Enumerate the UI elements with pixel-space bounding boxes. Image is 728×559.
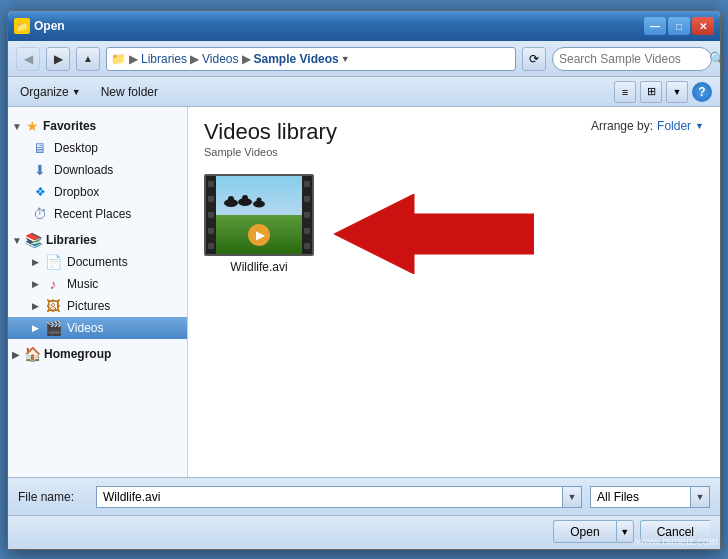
pictures-icon: 🖼 xyxy=(45,298,61,314)
file-thumbnail: ▶ xyxy=(204,174,314,256)
open-button-dropdown[interactable]: ▼ xyxy=(616,520,634,543)
homegroup-icon: 🏠 xyxy=(24,346,40,362)
sidebar-item-videos[interactable]: ▶ 🎬 Videos xyxy=(8,317,187,339)
file-name: Wildlife.avi xyxy=(230,260,287,274)
up-button[interactable]: ▲ xyxy=(76,47,100,71)
search-icon: 🔍 xyxy=(709,51,725,66)
sidebar-item-music[interactable]: ▶ ♪ Music xyxy=(8,273,187,295)
sidebar-item-desktop[interactable]: 🖥 Desktop xyxy=(8,137,187,159)
sidebar-item-recent-label: Recent Places xyxy=(54,207,131,221)
libraries-label: Libraries xyxy=(46,233,97,247)
film-strip-right xyxy=(302,176,312,254)
organize-label: Organize xyxy=(20,85,69,99)
desktop-icon: 🖥 xyxy=(32,140,48,156)
new-folder-label: New folder xyxy=(101,85,158,99)
sidebar-item-pictures[interactable]: ▶ 🖼 Pictures xyxy=(8,295,187,317)
film-hole xyxy=(208,196,214,202)
view-dropdown-button[interactable]: ▼ xyxy=(666,81,688,103)
homegroup-section: ▶ 🏠 Homegroup xyxy=(8,343,187,365)
library-title: Videos library xyxy=(204,119,337,145)
recent-icon: ⏱ xyxy=(32,206,48,222)
watermark: www.bimeiz.com xyxy=(636,535,718,547)
film-hole xyxy=(304,181,310,187)
sidebar-item-downloads[interactable]: ⬇ Downloads xyxy=(8,159,187,181)
homegroup-collapse-icon: ▶ xyxy=(12,349,20,360)
favorites-header[interactable]: ▼ ★ Favorites xyxy=(8,115,187,137)
sidebar-item-recent[interactable]: ⏱ Recent Places xyxy=(8,203,187,225)
open-button[interactable]: Open xyxy=(553,520,615,543)
maximize-button[interactable]: □ xyxy=(668,17,690,35)
filename-bar: File name: ▼ ▼ xyxy=(8,477,720,515)
arrange-by-label: Arrange by: xyxy=(591,119,653,133)
film-strip-left xyxy=(206,176,216,254)
refresh-button[interactable]: ⟳ xyxy=(522,47,546,71)
arrow-indicator xyxy=(334,194,534,277)
arrange-by-value[interactable]: Folder xyxy=(657,119,691,133)
homegroup-header[interactable]: ▶ 🏠 Homegroup xyxy=(8,343,187,365)
filename-dropdown[interactable]: ▼ xyxy=(562,486,582,508)
view-button-list[interactable]: ≡ xyxy=(614,81,636,103)
film-hole xyxy=(208,212,214,218)
filetype-input[interactable] xyxy=(590,486,690,508)
film-hole xyxy=(208,181,214,187)
filename-input[interactable] xyxy=(96,486,562,508)
file-area: Videos library Sample Videos Arrange by:… xyxy=(188,107,720,477)
forward-button[interactable]: ▶ xyxy=(46,47,70,71)
open-button-wrap: Open ▼ xyxy=(553,520,633,543)
action-bar: Open ▼ Cancel xyxy=(8,515,720,549)
libraries-icon: 📚 xyxy=(26,232,42,248)
window-controls: — □ ✕ xyxy=(644,17,714,35)
filetype-dropdown[interactable]: ▼ xyxy=(690,486,710,508)
pictures-expand-icon: ▶ xyxy=(32,301,39,311)
organize-dropdown-icon: ▼ xyxy=(72,87,81,97)
sidebar-item-pictures-label: Pictures xyxy=(67,299,110,313)
file-item-wildlife[interactable]: ▶ Wildlife.avi xyxy=(204,174,314,274)
view-button-grid[interactable]: ⊞ xyxy=(640,81,662,103)
libraries-collapse-icon: ▼ xyxy=(12,235,22,246)
video-frame: ▶ xyxy=(216,176,302,254)
svg-point-5 xyxy=(257,198,262,203)
homegroup-label: Homegroup xyxy=(44,347,111,361)
favorites-label: Favorites xyxy=(43,119,96,133)
breadcrumb-item-1[interactable]: Libraries xyxy=(141,52,187,66)
back-button[interactable]: ◀ xyxy=(16,47,40,71)
minimize-button[interactable]: — xyxy=(644,17,666,35)
documents-expand-icon: ▶ xyxy=(32,257,39,267)
file-grid: ▶ Wildlife.avi xyxy=(204,174,704,274)
sidebar-item-downloads-label: Downloads xyxy=(54,163,113,177)
close-button[interactable]: ✕ xyxy=(692,17,714,35)
breadcrumb-dropdown[interactable]: ▼ xyxy=(341,54,350,64)
search-input[interactable] xyxy=(559,52,709,66)
birds-svg xyxy=(221,188,271,218)
search-box[interactable]: 🔍 xyxy=(552,47,712,71)
libraries-header[interactable]: ▼ 📚 Libraries xyxy=(8,229,187,251)
filetype-wrap: ▼ xyxy=(590,486,710,508)
music-icon: ♪ xyxy=(45,276,61,292)
address-bar[interactable]: 📁 ▶ Libraries ▶ Videos ▶ Sample Videos ▼ xyxy=(106,47,516,71)
film-hole xyxy=(304,243,310,249)
sidebar-item-dropbox[interactable]: ❖ Dropbox xyxy=(8,181,187,203)
new-folder-button[interactable]: New folder xyxy=(97,83,162,101)
libraries-section: ▼ 📚 Libraries ▶ 📄 Documents ▶ ♪ Music ▶ … xyxy=(8,229,187,339)
sidebar-item-dropbox-label: Dropbox xyxy=(54,185,99,199)
favorites-collapse-icon: ▼ xyxy=(12,121,22,132)
filename-label: File name: xyxy=(18,490,88,504)
breadcrumb-item-2[interactable]: Videos xyxy=(202,52,238,66)
window-icon: 📁 xyxy=(14,18,30,34)
favorites-star-icon: ★ xyxy=(26,118,39,134)
sidebar-item-documents[interactable]: ▶ 📄 Documents xyxy=(8,251,187,273)
breadcrumb-item-3[interactable]: Sample Videos xyxy=(254,52,339,66)
breadcrumb-item-0[interactable]: 📁 xyxy=(111,52,126,66)
arrange-dropdown-icon[interactable]: ▼ xyxy=(695,121,704,131)
sidebar: ▼ ★ Favorites 🖥 Desktop ⬇ Downloads ❖ Dr… xyxy=(8,107,188,477)
library-subtitle: Sample Videos xyxy=(204,146,337,158)
favorites-section: ▼ ★ Favorites 🖥 Desktop ⬇ Downloads ❖ Dr… xyxy=(8,115,187,225)
film-hole xyxy=(208,243,214,249)
sidebar-item-desktop-label: Desktop xyxy=(54,141,98,155)
help-button[interactable]: ? xyxy=(692,82,712,102)
film-hole xyxy=(304,196,310,202)
title-bar: 📁 Open — □ ✕ xyxy=(8,11,720,41)
sidebar-item-music-label: Music xyxy=(67,277,98,291)
svg-marker-6 xyxy=(334,194,534,274)
organize-button[interactable]: Organize ▼ xyxy=(16,83,85,101)
